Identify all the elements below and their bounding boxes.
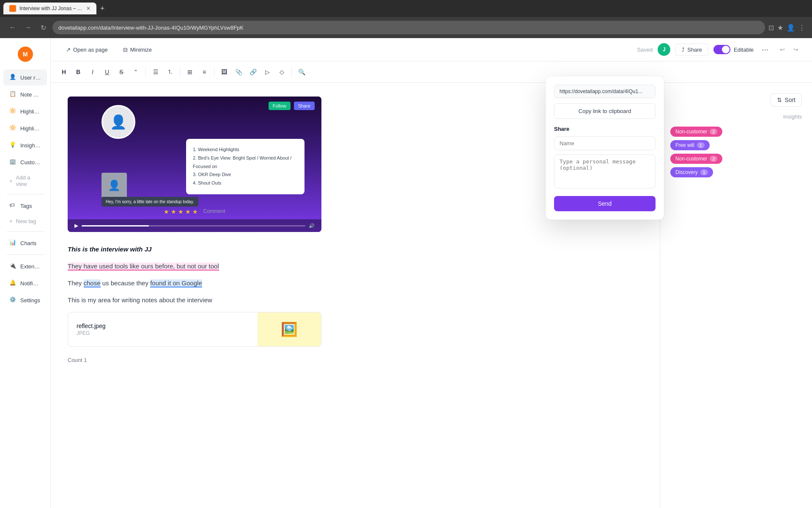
menu-icon[interactable]: ⋮ xyxy=(798,24,805,32)
refresh-button[interactable]: ↻ xyxy=(37,22,49,33)
sort-icon: ⇅ xyxy=(777,97,782,103)
video-tooltip: Hey, I'm sorry, a little late on the sta… xyxy=(102,197,198,207)
sidebar-item-settings[interactable]: ⚙️ Settings xyxy=(3,292,47,308)
video-button[interactable]: ▷ xyxy=(261,66,274,78)
sidebar-item-customers[interactable]: 🏢 Custome... xyxy=(3,154,47,170)
share-name-input[interactable] xyxy=(554,136,656,150)
sidebar-item-user-research[interactable]: 👤 User res... xyxy=(3,69,47,86)
link-button[interactable]: 🔗 xyxy=(247,66,259,78)
shape-button[interactable]: ◇ xyxy=(275,66,288,78)
share-url-text: https://dovetailapp.com/data/4IQu1... xyxy=(560,88,650,94)
tag-non-customer-1[interactable]: Non-customer 2 xyxy=(670,127,722,137)
copy-link-button[interactable]: Copy link to clipboard xyxy=(554,103,656,119)
file-preview: 🖼️ xyxy=(258,312,321,346)
bookmark-icon[interactable]: ★ xyxy=(777,24,783,32)
doc-controls-right: Saved J ⤴ Share Editable ⋯ ↩ ↪ xyxy=(637,43,802,56)
blockquote-button[interactable]: " xyxy=(129,66,142,78)
sidebar-item-charts[interactable]: 📊 Charts xyxy=(3,235,47,251)
user-initials: J xyxy=(663,47,666,52)
extensions-icon[interactable]: ⊡ xyxy=(768,24,774,32)
undo-button[interactable]: ↩ xyxy=(776,44,788,55)
search-button[interactable]: 🔍 xyxy=(295,66,308,78)
sort-row: ⇅ Sort xyxy=(670,93,802,107)
redo-button[interactable]: ↪ xyxy=(790,44,802,55)
share-button[interactable]: ⤴ Share xyxy=(675,44,708,56)
user-avatar[interactable]: J xyxy=(658,43,670,56)
sidebar-label-note-board: Note boa... xyxy=(20,91,41,98)
ordered-list-button[interactable]: ⒈ xyxy=(164,66,176,78)
settings-icon: ⚙️ xyxy=(9,296,17,304)
forward-button[interactable]: → xyxy=(22,22,34,33)
add-view-button[interactable]: + Add a view xyxy=(3,171,47,190)
video-embed[interactable]: Follow Share 👤 1. Weekend Highlights 2. … xyxy=(68,97,321,232)
underline-button[interactable]: U xyxy=(101,66,113,78)
insights-label: insights xyxy=(783,113,802,120)
count-value: 1 xyxy=(84,357,87,363)
more-button[interactable]: ⋯ xyxy=(759,43,771,56)
heading-button[interactable]: H xyxy=(58,66,70,78)
share-message-input[interactable] xyxy=(554,155,656,188)
toolbar-divider-4 xyxy=(291,68,292,76)
tag-non-customer-2[interactable]: Non-customer 2 xyxy=(670,154,722,164)
strikethrough-button[interactable]: S xyxy=(115,66,128,78)
video-progress-fill xyxy=(82,225,149,226)
sidebar-divider-3 xyxy=(7,254,44,255)
sidebar-item-note-board[interactable]: 📋 Note boa... xyxy=(3,86,47,102)
tag-count-free-will: 1 xyxy=(697,142,705,148)
notifications-icon: 🔔 xyxy=(9,279,17,287)
workspace-logo[interactable]: M xyxy=(18,47,33,62)
tab-close-icon[interactable]: ✕ xyxy=(86,6,91,11)
sidebar-item-extensions[interactable]: 🔌 Extension... xyxy=(3,258,47,274)
align-button[interactable]: ≡ xyxy=(198,66,211,78)
video-progress-bar[interactable] xyxy=(82,225,305,226)
back-button[interactable]: ← xyxy=(7,22,19,33)
note-board-icon: 📋 xyxy=(9,91,17,98)
video-small-face: 👤 xyxy=(102,173,127,198)
minimize-button[interactable]: ⊟ Minimize xyxy=(118,44,157,55)
tag-discovery[interactable]: Discovery 1 xyxy=(670,167,713,177)
sidebar-item-tags[interactable]: 🏷 Tags xyxy=(3,198,47,214)
editable-switch[interactable] xyxy=(713,45,730,54)
toolbar-divider-3 xyxy=(214,68,214,76)
add-view-icon: + xyxy=(9,178,13,184)
sidebar-item-highlight1[interactable]: 🔆 Highlight xyxy=(3,103,47,119)
new-tag-button[interactable]: + New tag xyxy=(3,215,47,228)
new-tag-icon: + xyxy=(9,218,13,224)
attachment-button[interactable]: 📎 xyxy=(232,66,245,78)
undo-redo-group: ↩ ↪ xyxy=(776,44,802,55)
sidebar-label-tags: Tags xyxy=(20,203,32,209)
open-as-page-button[interactable]: ↗ Open as page xyxy=(61,44,113,55)
sidebar-item-highlight2[interactable]: 🔆 Highlight xyxy=(3,120,47,136)
saved-label: Saved xyxy=(637,47,653,53)
sidebar-item-notifications[interactable]: 🔔 Notificati... xyxy=(3,275,47,291)
file-card[interactable]: reflect.jpeg JPEG 🖼️ xyxy=(68,312,321,347)
image-button[interactable]: 🖼 xyxy=(218,66,230,78)
doc-controls-bar: ↗ Open as page ⊟ Minimize Saved J ⤴ Shar… xyxy=(51,38,812,61)
editable-toggle[interactable]: Editable xyxy=(713,45,754,54)
sidebar-scroll: 👤 User res... 📋 Note boa... 🔆 Highlight … xyxy=(0,69,50,503)
doc-paragraph-3: This is my area for writing notes about … xyxy=(68,295,643,305)
toolbar-divider-1 xyxy=(145,68,146,76)
share-section-label: Share xyxy=(554,126,656,132)
customers-icon: 🏢 xyxy=(9,158,17,166)
share-icon: ⤴ xyxy=(682,47,685,53)
sidebar-label-extensions: Extension... xyxy=(20,263,41,270)
profile-icon[interactable]: 👤 xyxy=(787,24,795,32)
video-controls[interactable]: ▶ 🔊 xyxy=(68,219,321,232)
table-button[interactable]: ⊞ xyxy=(184,66,196,78)
send-button[interactable]: Send xyxy=(554,196,656,211)
bullet-list-button[interactable]: ☰ xyxy=(149,66,162,78)
sort-button[interactable]: ⇅ Sort xyxy=(771,93,802,107)
new-tab-button[interactable]: + xyxy=(96,3,108,14)
active-tab[interactable]: Interview with JJ Jonas – Dove... ✕ xyxy=(3,3,96,14)
italic-button[interactable]: I xyxy=(86,66,99,78)
paragraph2-mid: us because they xyxy=(101,279,151,287)
sidebar-item-insight-groups[interactable]: 💡 Insight g... xyxy=(3,137,47,153)
bold-button[interactable]: B xyxy=(72,66,85,78)
minimize-label: Minimize xyxy=(130,47,152,53)
tag-label-non-customer-2: Non-customer xyxy=(675,156,707,162)
sidebar-label-notifications: Notificati... xyxy=(20,280,41,287)
tag-free-will[interactable]: Free will 1 xyxy=(670,140,710,150)
address-bar[interactable]: dovetailapp.com/data/Interview-with-JJ-J… xyxy=(52,21,765,34)
add-view-label: Add a view xyxy=(16,174,41,187)
